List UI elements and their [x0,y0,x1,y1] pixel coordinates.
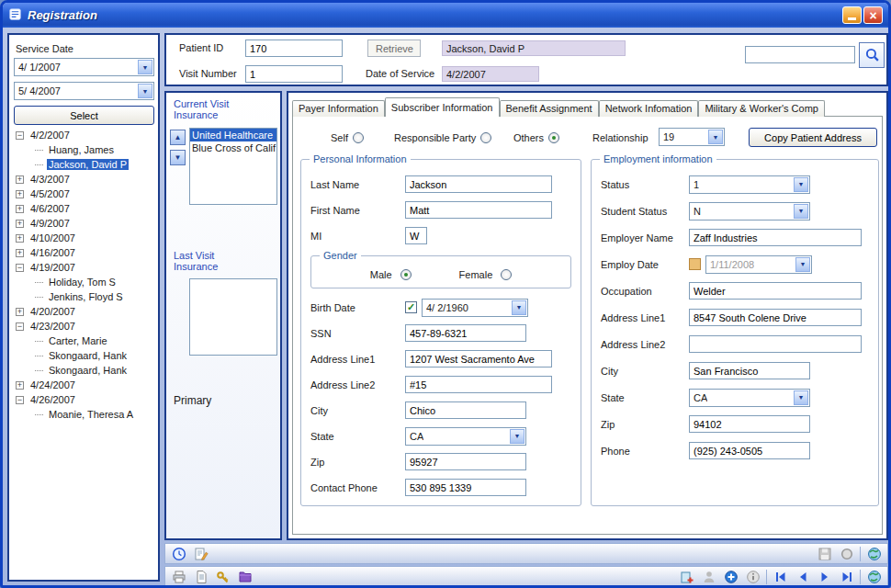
tree-date-node[interactable]: +4/3/2007 [16,172,154,187]
select-button[interactable]: Select [14,106,154,125]
retrieve-button[interactable]: Retrieve [367,40,421,57]
expand-icon[interactable]: + [16,220,24,228]
address1-input[interactable] [405,350,552,368]
status-select[interactable]: 1 ▼ [689,175,810,194]
nav-next-icon[interactable] [816,569,833,586]
tree-patient-node[interactable]: Jenkins, Floyd S [16,289,154,304]
folder-icon[interactable] [236,569,254,586]
copy-patient-address-button[interactable]: Copy Patient Address [749,128,877,147]
tree-patient-node[interactable]: Skongaard, Hank [16,348,154,363]
tree-date-node[interactable]: +4/20/2007 [16,304,154,319]
tree-date-node[interactable]: +4/16/2007 [16,245,154,260]
address2-input[interactable] [405,376,552,393]
birth-date-select[interactable]: 4/ 2/1960 ▼ [422,299,528,317]
zip-input[interactable] [405,453,526,470]
expand-icon[interactable]: + [16,190,24,198]
tree-date-node[interactable]: −4/23/2007 [16,319,154,334]
insurance-list-item[interactable]: Blue Cross of Calif [190,141,276,154]
employ-date-select[interactable]: 1/11/2008 ▼ [705,255,812,274]
tree-date-node[interactable]: +4/9/2007 [16,216,154,231]
expand-icon[interactable]: + [16,205,24,213]
last-name-input[interactable] [405,175,552,193]
first-name-input[interactable] [405,201,552,219]
student-status-select[interactable]: N ▼ [689,202,810,220]
expand-icon[interactable]: + [16,234,24,243]
tree-date-node[interactable]: −4/26/2007 [16,392,154,407]
responsible-party-radio[interactable] [480,132,491,143]
female-radio[interactable] [501,269,512,280]
contact-phone-input[interactable] [405,479,526,496]
tree-patient-node[interactable]: Skongaard, Hank [16,363,154,378]
occupation-input[interactable] [689,282,862,300]
nav-first-icon[interactable] [772,569,789,586]
key-icon[interactable] [214,569,231,586]
globe-icon[interactable] [865,545,883,562]
tree-patient-node[interactable]: Jackson, David P [16,157,154,172]
tree-patient-node[interactable]: Moanie, Theresa A [16,407,154,422]
emp-phone-input[interactable] [689,442,810,459]
state-select[interactable]: CA ▼ [405,427,526,446]
emp-city-input[interactable] [689,362,810,379]
clock-icon[interactable] [170,545,187,562]
relationship-select[interactable]: 19 ▼ [659,128,725,146]
nav-last-icon[interactable] [838,569,855,586]
collapse-icon[interactable]: − [16,131,24,140]
add-record-icon[interactable] [678,569,695,586]
close-button[interactable]: × [863,6,883,24]
expand-icon[interactable]: + [16,175,24,184]
expand-icon[interactable]: + [16,381,24,390]
emp-address2-input[interactable] [689,335,862,353]
scroll-up-button[interactable]: ▲ [170,130,186,145]
tab-military-worker-s-comp[interactable]: Military & Worker's Comp [698,100,825,117]
tab-network-infomation[interactable]: Network Infomation [599,100,699,117]
birth-date-checkbox[interactable]: ✓ [405,301,417,313]
expand-icon[interactable]: + [16,249,24,257]
print-icon[interactable] [170,569,187,586]
emp-state-select[interactable]: CA ▼ [689,389,810,407]
ssn-input[interactable] [405,324,526,342]
search-button[interactable] [859,42,885,68]
collapse-icon[interactable]: − [16,322,24,331]
tree-patient-node[interactable]: Carter, Marie [16,334,154,348]
male-radio[interactable] [400,269,412,280]
expand-icon[interactable]: + [16,308,24,316]
tree-date-node[interactable]: +4/5/2007 [16,187,154,201]
globe-icon[interactable] [865,569,883,586]
record-icon[interactable] [838,545,855,562]
search-input[interactable] [745,46,855,63]
tree-date-node[interactable]: −4/19/2007 [16,260,154,275]
scroll-down-button[interactable]: ▼ [170,150,186,165]
self-radio[interactable] [353,132,364,143]
info-icon[interactable] [744,569,761,586]
patient-id-input[interactable] [245,40,343,57]
tab-payer-information[interactable]: Payer Information [292,100,385,117]
employer-name-input[interactable] [689,229,862,246]
tab-benefit-assignment[interactable]: Benefit Assignment [500,100,599,117]
insurance-list-item[interactable]: United Healthcare [190,129,276,141]
tree-date-node[interactable]: +4/10/2007 [16,231,154,245]
tree-date-node[interactable]: +4/6/2007 [16,201,154,216]
add-circle-icon[interactable] [722,569,739,586]
city-input[interactable] [405,401,526,419]
tree-date-node[interactable]: −4/2/2007 [16,128,154,142]
tree-patient-node[interactable]: Huang, James [16,142,154,157]
save-icon[interactable] [816,545,833,562]
date-from-select[interactable]: 4/ 1/2007 ▼ [14,58,154,76]
emp-zip-input[interactable] [689,415,810,433]
emp-address1-input[interactable] [689,309,862,326]
date-to-select[interactable]: 5/ 4/2007 ▼ [14,82,154,100]
collapse-icon[interactable]: − [16,396,24,404]
mi-input[interactable] [405,227,427,244]
employ-date-checkbox[interactable] [689,258,701,270]
minimize-button[interactable] [842,6,862,24]
document-icon[interactable] [192,569,209,586]
visit-number-input[interactable] [245,65,343,83]
tree-date-node[interactable]: +4/24/2007 [16,378,154,392]
others-radio[interactable] [548,132,559,143]
tree-patient-node[interactable]: Holiday, Tom S [16,275,154,289]
collapse-icon[interactable]: − [16,264,24,272]
nav-prev-icon[interactable] [794,569,811,586]
edit-note-icon[interactable] [192,545,209,562]
user-icon[interactable] [700,569,717,586]
tab-subscriber-information[interactable]: Subscriber Information [385,97,500,117]
